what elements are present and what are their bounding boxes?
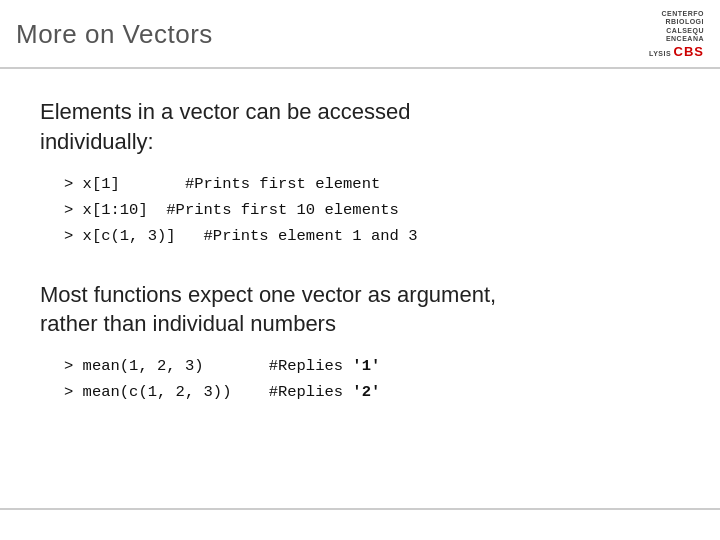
logo-line2: RBIOLOGI xyxy=(665,18,704,26)
section1-heading-line2: individually: xyxy=(40,129,154,154)
logo-line1: CENTERFO xyxy=(662,10,705,18)
section2-heading: Most functions expect one vector as argu… xyxy=(40,280,680,339)
page-title: More on Vectors xyxy=(16,19,213,50)
section2-heading-line2: rather than individual numbers xyxy=(40,311,336,336)
bottom-divider xyxy=(0,508,720,510)
section1-heading: Elements in a vector can be accessed ind… xyxy=(40,97,680,156)
section2-heading-line1: Most functions expect one vector as argu… xyxy=(40,282,496,307)
section1-heading-line1: Elements in a vector can be accessed xyxy=(40,99,411,124)
code-line-4: > mean(1, 2, 3) #Replies '1' xyxy=(64,353,680,379)
result-1: '1' xyxy=(352,357,380,375)
code-line-5: > mean(c(1, 2, 3)) #Replies '2' xyxy=(64,379,680,405)
logo-line3: CALSEQU xyxy=(666,27,704,35)
slide: More on Vectors CENTERFO RBIOLOGI CALSEQ… xyxy=(0,0,720,540)
logo-line5: LYSIS CBS xyxy=(649,44,704,60)
section1-code: > x[1] #Prints first element > x[1:10] #… xyxy=(64,171,680,250)
main-content: Elements in a vector can be accessed ind… xyxy=(0,69,720,425)
logo-cbs: CBS xyxy=(674,44,704,59)
section2-code: > mean(1, 2, 3) #Replies '1' > mean(c(1,… xyxy=(64,353,680,406)
logo: CENTERFO RBIOLOGI CALSEQU ENCEANA LYSIS … xyxy=(649,10,704,59)
header: More on Vectors CENTERFO RBIOLOGI CALSEQ… xyxy=(0,0,720,69)
result-2: '2' xyxy=(352,383,380,401)
code-line-3: > x[c(1, 3)] #Prints element 1 and 3 xyxy=(64,223,680,249)
logo-line4: ENCEANA xyxy=(666,35,704,43)
code-line-2: > x[1:10] #Prints first 10 elements xyxy=(64,197,680,223)
code-line-1: > x[1] #Prints first element xyxy=(64,171,680,197)
